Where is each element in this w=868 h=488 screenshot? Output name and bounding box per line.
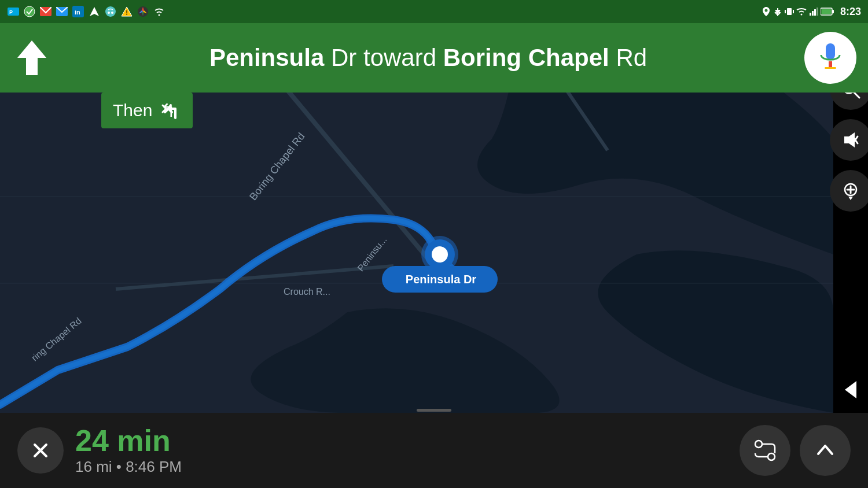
then-panel: Then ↰ [101, 93, 193, 128]
nav-up-arrow [12, 35, 52, 81]
trip-eta: 8:46 PM [126, 458, 182, 475]
svg-rect-22 [821, 9, 831, 14]
status-time: 8:23 [840, 6, 861, 18]
svg-point-52 [768, 453, 775, 460]
svg-rect-25 [829, 61, 832, 67]
warning-icon: ! [120, 5, 133, 18]
nav-direction: Peninsula Dr toward Boring Chapel Rd [52, 43, 804, 72]
destination-type: Rd [609, 44, 647, 71]
battery-icon [821, 8, 834, 16]
prime-video-icon: P [7, 5, 20, 18]
trip-info: 24 min 16 mi • 8:46 PM [75, 426, 740, 476]
then-label: Then [113, 101, 152, 120]
vibrate-icon [785, 6, 794, 17]
toward-label: toward [356, 44, 443, 71]
svg-text:P: P [9, 9, 13, 15]
svg-rect-16 [810, 13, 811, 16]
svg-point-39 [432, 246, 448, 263]
svg-rect-24 [826, 43, 835, 60]
back-button[interactable] [843, 378, 859, 401]
destination-name: Boring Chapel [443, 44, 609, 71]
add-report-button[interactable] [830, 170, 868, 212]
drag-indicator [417, 409, 451, 412]
svg-point-9 [108, 12, 110, 14]
mute-icon [841, 130, 860, 150]
status-right-area: 8:23 [762, 6, 861, 18]
street-name: Peninsula [209, 44, 324, 71]
street-type: Dr [324, 44, 356, 71]
svg-marker-7 [90, 7, 99, 16]
svg-rect-15 [787, 8, 792, 15]
crouch-rd-label: Crouch R... [284, 287, 330, 297]
bottom-action-buttons [740, 425, 851, 476]
svg-point-10 [111, 12, 113, 14]
trip-distance: 16 mi [75, 458, 112, 475]
mute-button[interactable] [830, 119, 868, 161]
svg-marker-23 [17, 40, 46, 75]
svg-point-14 [764, 9, 767, 12]
signal-bars-icon [809, 7, 818, 16]
status-bar: P in [0, 0, 868, 23]
trip-separator: • [116, 458, 122, 475]
navigation-icon [88, 5, 101, 18]
mail-icon [56, 5, 68, 18]
svg-text:↰: ↰ [160, 100, 176, 121]
status-right-icons [762, 6, 834, 17]
peninsula-dr-bubble: Peninsula Dr [406, 273, 476, 286]
svg-rect-19 [816, 8, 818, 16]
add-report-icon [840, 180, 861, 201]
close-navigation-button[interactable] [17, 427, 64, 474]
svg-text:in: in [75, 9, 80, 16]
location-pin-icon [762, 6, 771, 17]
svg-point-8 [105, 6, 116, 17]
linkedin-icon: in [72, 5, 84, 18]
trip-time: 24 min [75, 426, 740, 456]
waze-icon [104, 5, 117, 18]
voice-button[interactable] [804, 32, 856, 84]
expand-button[interactable] [800, 425, 851, 476]
svg-rect-18 [814, 9, 816, 16]
status-left-icons: P in [7, 5, 165, 18]
bluetooth-icon [773, 7, 782, 16]
bottom-bar: 24 min 16 mi • 8:46 PM [0, 413, 868, 488]
expand-icon [815, 440, 836, 461]
turn-left-icon: ↰ [159, 99, 181, 121]
svg-rect-26 [825, 67, 836, 69]
svg-line-42 [854, 92, 859, 98]
wifi-signal-icon [796, 8, 807, 16]
gmail-icon [39, 5, 52, 18]
svg-rect-17 [812, 11, 814, 16]
svg-point-51 [755, 441, 762, 448]
back-arrow-icon [843, 378, 859, 401]
trip-details: 16 mi • 8:46 PM [75, 458, 740, 476]
photos-icon [137, 5, 149, 18]
nav-header: Peninsula Dr toward Boring Chapel Rd [0, 23, 868, 93]
check-circle-icon [23, 5, 36, 18]
svg-text:!: ! [126, 10, 128, 16]
route-options-button[interactable] [740, 425, 790, 476]
svg-marker-48 [845, 381, 856, 398]
svg-rect-21 [832, 10, 834, 13]
svg-point-2 [24, 6, 35, 17]
route-options-icon [753, 438, 777, 463]
wifi-status-icon [153, 5, 165, 18]
